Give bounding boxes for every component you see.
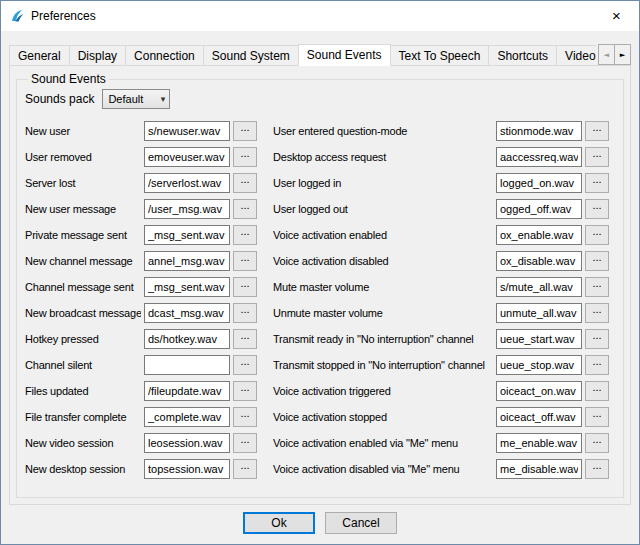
sound-event-label: Desktop access request <box>273 151 493 163</box>
browse-button[interactable]: ... <box>585 381 609 401</box>
sound-event-label: User removed <box>25 151 141 163</box>
tab-general[interactable]: General <box>9 45 70 65</box>
sound-event-label: Mute master volume <box>273 281 493 293</box>
browse-button[interactable]: ... <box>585 355 609 375</box>
sound-file-input[interactable] <box>144 407 230 427</box>
sound-file-input[interactable] <box>496 251 582 271</box>
sound-event-row: New video session... <box>25 430 257 456</box>
sound-event-label: New channel message <box>25 255 141 267</box>
sound-event-row: Mute master volume... <box>273 274 609 300</box>
tab-scroll-left-icon[interactable]: ◄ <box>598 44 615 65</box>
sound-file-input[interactable] <box>144 329 230 349</box>
sound-event-label: Channel silent <box>25 359 141 371</box>
browse-button[interactable]: ... <box>585 407 609 427</box>
sound-file-input[interactable] <box>496 225 582 245</box>
sound-event-label: Transmit stopped in "No interruption" ch… <box>273 359 493 371</box>
sound-event-label: Voice activation disabled via "Me" menu <box>273 463 493 475</box>
sound-file-input[interactable] <box>144 225 230 245</box>
sound-file-input[interactable] <box>144 147 230 167</box>
sound-file-input[interactable] <box>496 199 582 219</box>
sound-file-input[interactable] <box>496 303 582 323</box>
chevron-down-icon: ▾ <box>161 94 170 104</box>
sound-file-input[interactable] <box>144 173 230 193</box>
ok-button[interactable]: Ok <box>243 512 315 534</box>
browse-button[interactable]: ... <box>233 381 257 401</box>
sounds-pack-select[interactable]: Default ▾ <box>102 89 170 109</box>
sound-event-label: Voice activation triggered <box>273 385 493 397</box>
window-title: Preferences <box>31 9 96 23</box>
browse-button[interactable]: ... <box>585 121 609 141</box>
sound-event-row: Voice activation enabled... <box>273 222 609 248</box>
sound-file-input[interactable] <box>496 433 582 453</box>
sound-event-label: Voice activation stopped <box>273 411 493 423</box>
sound-file-input[interactable] <box>144 251 230 271</box>
tab-display[interactable]: Display <box>69 45 126 65</box>
tab-sound-system[interactable]: Sound System <box>203 45 299 65</box>
cancel-button[interactable]: Cancel <box>325 512 397 534</box>
browse-button[interactable]: ... <box>585 459 609 479</box>
sound-file-input[interactable] <box>144 433 230 453</box>
tab-shortcuts[interactable]: Shortcuts <box>488 45 557 65</box>
close-icon[interactable]: × <box>594 1 639 31</box>
browse-button[interactable]: ... <box>585 173 609 193</box>
tab-scroll-right-icon[interactable]: ► <box>614 44 631 65</box>
sound-file-input[interactable] <box>496 173 582 193</box>
browse-button[interactable]: ... <box>233 329 257 349</box>
sound-file-input[interactable] <box>496 355 582 375</box>
sound-event-row: Desktop access request... <box>273 144 609 170</box>
browse-button[interactable]: ... <box>585 199 609 219</box>
sound-event-row: New user message... <box>25 196 257 222</box>
browse-button[interactable]: ... <box>233 251 257 271</box>
sound-file-input[interactable] <box>144 277 230 297</box>
sound-event-row: Voice activation triggered... <box>273 378 609 404</box>
tab-page: Sound Events Sounds pack Default ▾ New u… <box>9 65 631 505</box>
sound-event-label: Files updated <box>25 385 141 397</box>
sound-file-input[interactable] <box>496 381 582 401</box>
sound-file-input[interactable] <box>496 329 582 349</box>
sound-file-input[interactable] <box>496 459 582 479</box>
sound-file-input[interactable] <box>144 303 230 323</box>
sound-file-input[interactable] <box>144 381 230 401</box>
sound-event-row: New desktop session... <box>25 456 257 482</box>
browse-button[interactable]: ... <box>585 329 609 349</box>
sound-event-row: File transfer complete... <box>25 404 257 430</box>
sound-event-label: New desktop session <box>25 463 141 475</box>
browse-button[interactable]: ... <box>585 225 609 245</box>
sound-event-columns: New user...User removed...Server lost...… <box>25 118 615 482</box>
sound-file-input[interactable] <box>144 199 230 219</box>
sound-event-label: New user <box>25 125 141 137</box>
sound-event-row: Voice activation disabled... <box>273 248 609 274</box>
browse-button[interactable]: ... <box>233 433 257 453</box>
sound-file-input[interactable] <box>144 355 230 375</box>
sound-event-row: User entered question-mode... <box>273 118 609 144</box>
browse-button[interactable]: ... <box>233 355 257 375</box>
browse-button[interactable]: ... <box>233 147 257 167</box>
sound-file-input[interactable] <box>496 277 582 297</box>
browse-button[interactable]: ... <box>233 199 257 219</box>
browse-button[interactable]: ... <box>233 121 257 141</box>
browse-button[interactable]: ... <box>585 251 609 271</box>
sound-file-input[interactable] <box>144 459 230 479</box>
dialog-buttons: Ok Cancel <box>9 512 631 534</box>
browse-button[interactable]: ... <box>233 277 257 297</box>
browse-button[interactable]: ... <box>585 433 609 453</box>
browse-button[interactable]: ... <box>585 147 609 167</box>
browse-button[interactable]: ... <box>233 225 257 245</box>
browse-button[interactable]: ... <box>585 303 609 323</box>
browse-button[interactable]: ... <box>233 303 257 323</box>
sound-file-input[interactable] <box>496 407 582 427</box>
browse-button[interactable]: ... <box>233 173 257 193</box>
browse-button[interactable]: ... <box>233 407 257 427</box>
tab-sound-events[interactable]: Sound Events <box>298 44 391 66</box>
sound-file-input[interactable] <box>496 147 582 167</box>
titlebar: Preferences × <box>1 1 639 31</box>
browse-button[interactable]: ... <box>233 459 257 479</box>
sound-event-row: User logged in... <box>273 170 609 196</box>
sound-file-input[interactable] <box>144 121 230 141</box>
sound-event-label: User logged in <box>273 177 493 189</box>
sound-event-label: Transmit ready in "No interruption" chan… <box>273 333 493 345</box>
tab-connection[interactable]: Connection <box>125 45 204 65</box>
tab-text-to-speech[interactable]: Text To Speech <box>390 45 490 65</box>
sound-file-input[interactable] <box>496 121 582 141</box>
browse-button[interactable]: ... <box>585 277 609 297</box>
